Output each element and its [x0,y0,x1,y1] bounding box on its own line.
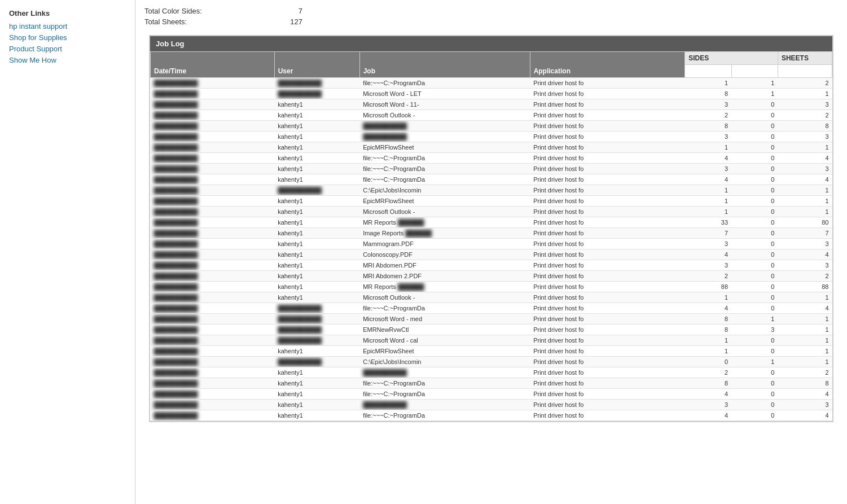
table-cell: 0 [731,164,778,174]
table-cell: 1 [731,78,778,89]
table-row: ██████████kahenty1Microsoft Word - 11-Pr… [151,99,832,110]
table-cell-job: file:~~~C:~ProgramDa [359,389,530,400]
table-cell: 2 [778,78,832,89]
table-cell-job: file:~~~C:~ProgramDa [359,303,530,314]
table-cell: ██████████ [151,260,275,271]
table-cell: 1 [731,357,778,367]
col-header-mono: Mono [685,65,731,78]
table-cell: 3 [685,99,731,110]
table-row: ██████████kahenty1Image Reports ██████Pr… [151,228,832,239]
table-cell: ██████████ [274,335,359,346]
table-cell: kahenty1 [274,228,359,239]
table-cell: 0 [731,292,778,303]
table-cell: 1 [778,185,832,196]
table-cell: ██████████ [151,207,275,217]
sidebar-link-show-me-how[interactable]: Show Me How [9,56,126,64]
table-cell: 8 [685,325,731,335]
table-cell: 8 [685,89,731,99]
column-header-row-1: Date/Time User Job Application SIDES SHE… [151,52,832,65]
table-cell: ██████████ [151,346,275,357]
table-cell: Print driver host fo [530,271,685,282]
table-cell: ██████████ [151,357,275,367]
table-cell: ██████████ [151,217,275,228]
table-cell: 0 [731,196,778,207]
table-cell: 2 [778,110,832,121]
table-cell: ██████████ [151,121,275,132]
table-cell: ██████████ [274,357,359,367]
table-row: ██████████kahenty1MR Reports ██████Print… [151,217,832,228]
sidebar-link-hp-instant[interactable]: hp instant support [9,22,126,30]
table-row: ████████████████████C:\Epic\Jobs\Incomin… [151,357,832,367]
table-cell: ██████████ [274,89,359,99]
table-cell: Print driver host fo [530,389,685,400]
table-cell: ██████████ [274,314,359,325]
table-cell: 1 [778,89,832,99]
table-cell: kahenty1 [274,282,359,292]
table-cell-job: file:~~~C:~ProgramDa [359,174,530,185]
table-row: ████████████████████C:\Epic\Jobs\Incomin… [151,185,832,196]
table-cell-job: Microsoft Outlook - [359,207,530,217]
table-cell: Print driver host fo [530,217,685,228]
table-cell: 0 [731,260,778,271]
table-cell-job: Microsoft Word - 11- [359,99,530,110]
table-cell: ██████████ [151,153,275,164]
table-cell: kahenty1 [274,367,359,378]
table-cell: 0 [731,400,778,410]
table-cell: ██████████ [151,378,275,389]
table-cell: Print driver host fo [530,292,685,303]
table-cell: 4 [778,174,832,185]
table-cell: kahenty1 [274,239,359,249]
table-cell: 3 [685,260,731,271]
table-row: ██████████kahenty1file:~~~C:~ProgramDaPr… [151,410,832,421]
table-cell: 3 [685,164,731,174]
table-cell: 1 [778,325,832,335]
table-row: ██████████kahenty1EpicMRFlowSheetPrint d… [151,142,832,153]
table-row: ████████████████████file:~~~C:~ProgramDa… [151,78,832,89]
table-cell: 4 [685,303,731,314]
table-cell: ██████████ [274,185,359,196]
table-cell: 3 [778,400,832,410]
table-cell: kahenty1 [274,389,359,400]
table-cell: 33 [685,217,731,228]
table-cell: Print driver host fo [530,282,685,292]
table-cell: 0 [731,99,778,110]
table-cell: 0 [731,282,778,292]
table-cell: ██████████ [151,367,275,378]
table-cell-job: EpicMRFlowSheet [359,142,530,153]
table-row: ████████████████████EMRNewRvwCtlPrint dr… [151,325,832,335]
table-cell: 0 [731,217,778,228]
table-cell: ██████████ [151,249,275,260]
table-cell: ██████████ [151,174,275,185]
table-cell: ██████████ [151,99,275,110]
table-cell: 2 [685,271,731,282]
table-cell: Print driver host fo [530,99,685,110]
table-cell: ██████████ [151,389,275,400]
sidebar-link-product-support[interactable]: Product Support [9,45,126,53]
table-cell-job: ██████████ [359,121,530,132]
table-row: ██████████kahenty1██████████Print driver… [151,121,832,132]
table-cell-job: Mammogram.PDF [359,239,530,249]
table-cell-job: EMRNewRvwCtl [359,325,530,335]
sidebar-link-shop-supplies[interactable]: Shop for Supplies [9,33,126,42]
table-cell: Print driver host fo [530,121,685,132]
sidebar: Other Links hp instant support Shop for … [0,0,135,504]
table-cell-job: Microsoft Outlook - [359,110,530,121]
table-cell: 3 [685,400,731,410]
table-cell-job: C:\Epic\Jobs\Incomin [359,185,530,196]
table-cell-job: ██████████ [359,132,530,142]
table-cell: 0 [731,185,778,196]
table-cell: 4 [778,410,832,421]
table-cell: Print driver host fo [530,303,685,314]
table-cell: 0 [731,249,778,260]
table-cell: ██████████ [151,303,275,314]
table-cell-job: Colonoscopy.PDF [359,249,530,260]
table-cell: 0 [731,303,778,314]
table-cell-job: file:~~~C:~ProgramDa [359,410,530,421]
table-cell: Print driver host fo [530,207,685,217]
table-cell: 8 [685,314,731,325]
table-cell: kahenty1 [274,378,359,389]
table-cell-job: Microsoft Word - med [359,314,530,325]
table-row: ██████████kahenty1Mammogram.PDFPrint dri… [151,239,832,249]
table-cell: 3 [685,132,731,142]
table-cell: 0 [685,357,731,367]
